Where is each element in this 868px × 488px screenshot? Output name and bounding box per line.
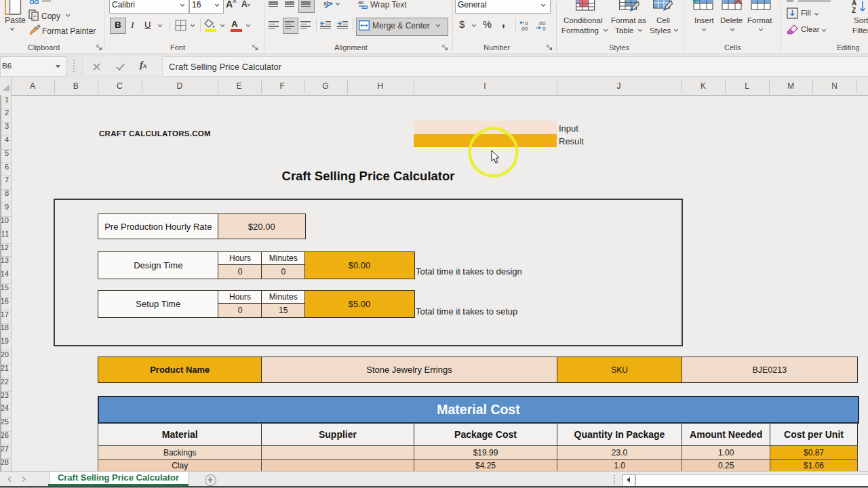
svg-text:ab: ab <box>323 0 330 7</box>
svg-text:ab: ab <box>358 0 363 5</box>
svg-text:Z: Z <box>852 7 856 14</box>
svg-text:.00: .00 <box>520 26 528 31</box>
svg-text:A: A <box>852 0 856 7</box>
svg-text:0: 0 <box>542 26 546 31</box>
